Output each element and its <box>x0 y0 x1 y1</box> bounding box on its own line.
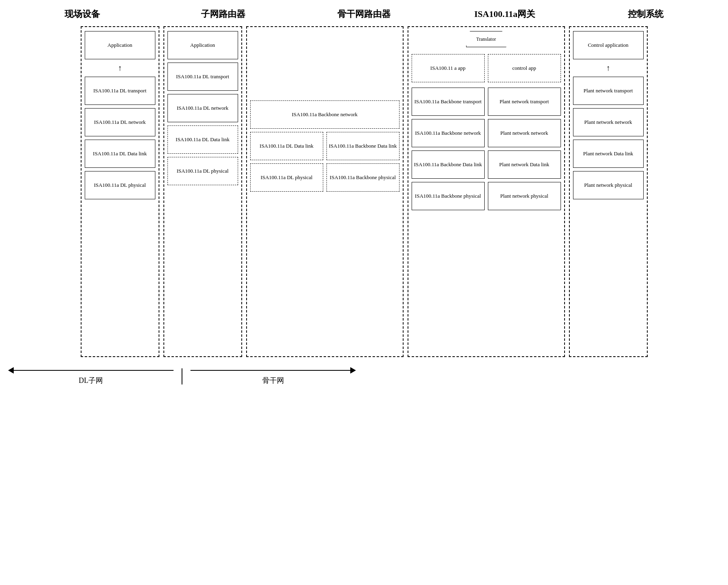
sr-application: Application <box>167 31 238 59</box>
col-gateway: Translator ISA100.11 a app control app I… <box>408 26 565 357</box>
br-backbone-physical: ISA100.11a Backbone physical <box>326 163 400 192</box>
fd-dl-network: ISA100.11a DL network <box>85 108 155 136</box>
gw-plant-datalink: Plant network Data link <box>488 150 561 179</box>
gw-datalink-row: ISA100.11a Backbone Data link Plant netw… <box>412 150 561 179</box>
gw-app-row: ISA100.11 a app control app <box>412 54 561 82</box>
gw-isa-app: ISA100.11 a app <box>412 54 485 82</box>
fd-arrow-up: ↑ <box>85 63 155 73</box>
arrow-line-right <box>190 367 356 374</box>
fd-dl-datalink: ISA100.11a DL Data link <box>85 140 155 168</box>
header-col4: ISA100.11a网关 <box>464 8 545 20</box>
main-diagram: Application ↑ ISA100.11a DL transport IS… <box>4 26 724 357</box>
arrow-head-left <box>8 367 14 374</box>
bottom-arrow-right: 骨干网 <box>190 367 356 385</box>
gw-control-app: control app <box>488 54 561 82</box>
gw-plant-transport: Plant network transport <box>488 88 561 116</box>
diagram-container: 现场设备 子网路由器 骨干网路由器 ISA100.11a网关 控制系统 Appl… <box>0 0 728 401</box>
gw-plant-network: Plant network network <box>488 119 561 147</box>
gw-backbone-datalink: ISA100.11a Backbone Data link <box>412 150 485 179</box>
bottom-label-right: 骨干网 <box>262 376 284 385</box>
cs-plant-physical: Plant network physical <box>573 171 644 199</box>
line-right <box>190 370 350 371</box>
fd-dl-physical: ISA100.11a DL physical <box>85 171 155 199</box>
sr-dl-datalink: ISA100.11a DL Data link <box>167 125 238 154</box>
br-physical-row: ISA100.11a DL physical ISA100.11a Backbo… <box>250 163 400 192</box>
header-col2: 子网路由器 <box>183 8 264 20</box>
br-dl-physical: ISA100.11a DL physical <box>250 163 323 192</box>
bottom-label-left: DL子网 <box>79 376 103 385</box>
gw-backbone-network: ISA100.11a Backbone network <box>412 119 485 147</box>
sr-dl-transport: ISA100.11a DL transport <box>167 63 238 91</box>
column-headers: 现场设备 子网路由器 骨干网路由器 ISA100.11a网关 控制系统 <box>4 8 724 20</box>
header-col3: 骨干网路由器 <box>324 8 404 20</box>
br-datalink-row: ISA100.11a DL Data link ISA100.11a Backb… <box>250 132 400 160</box>
header-col5: 控制系统 <box>605 8 686 20</box>
gw-backbone-transport: ISA100.11a Backbone transport <box>412 88 485 116</box>
header-col1: 现场设备 <box>42 8 123 20</box>
gw-backbone-physical: ISA100.11a Backbone physical <box>412 182 485 210</box>
cs-arrow-up: ↑ <box>573 63 644 73</box>
translator-area: Translator <box>412 31 561 49</box>
br-backbone-datalink: ISA100.11a Backbone Data link <box>326 132 400 160</box>
col-control-system: Control application ↑ Plant network tran… <box>569 26 648 357</box>
bottom-section: DL子网 骨干网 <box>4 367 724 385</box>
sr-dl-physical: ISA100.11a DL physical <box>167 157 238 185</box>
bottom-arrow-left: DL子网 <box>8 367 174 385</box>
cs-plant-network: Plant network network <box>573 108 644 136</box>
arrow-line-left <box>8 367 174 374</box>
cs-plant-transport: Plant network transport <box>573 77 644 105</box>
arrow-head-right <box>350 367 356 374</box>
translator-shape: Translator <box>466 31 506 47</box>
gw-physical-row: ISA100.11a Backbone physical Plant netwo… <box>412 182 561 210</box>
col-field-device: Application ↑ ISA100.11a DL transport IS… <box>81 26 159 357</box>
cs-plant-datalink: Plant network Data link <box>573 140 644 168</box>
line-left <box>14 370 174 371</box>
sr-dl-network: ISA100.11a DL network <box>167 94 238 122</box>
col-subnet-router: Application ISA100.11a DL transport ISA1… <box>163 26 242 357</box>
gw-plant-physical: Plant network physical <box>488 182 561 210</box>
fd-dl-transport: ISA100.11a DL transport <box>85 77 155 105</box>
fd-application: Application <box>85 31 155 59</box>
cs-application: Control application <box>573 31 644 59</box>
gw-transport-row: ISA100.11a Backbone transport Plant netw… <box>412 88 561 116</box>
gw-network-row: ISA100.11a Backbone network Plant networ… <box>412 119 561 147</box>
br-dl-datalink: ISA100.11a DL Data link <box>250 132 323 160</box>
bottom-divider <box>182 368 182 384</box>
col-backbone-router: ISA100.11a Backbone network ISA100.11a D… <box>246 26 404 357</box>
br-backbone-network: ISA100.11a Backbone network <box>250 100 400 129</box>
